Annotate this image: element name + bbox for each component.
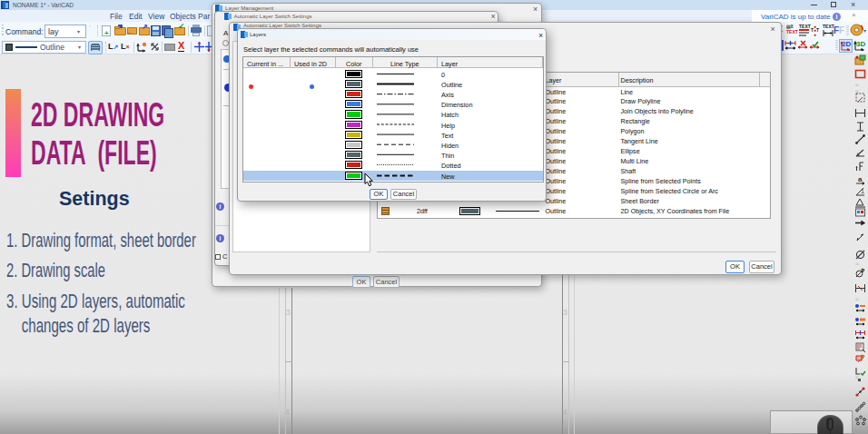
svg-text:a: a bbox=[858, 175, 863, 183]
svg-text:1: 1 bbox=[861, 188, 864, 194]
